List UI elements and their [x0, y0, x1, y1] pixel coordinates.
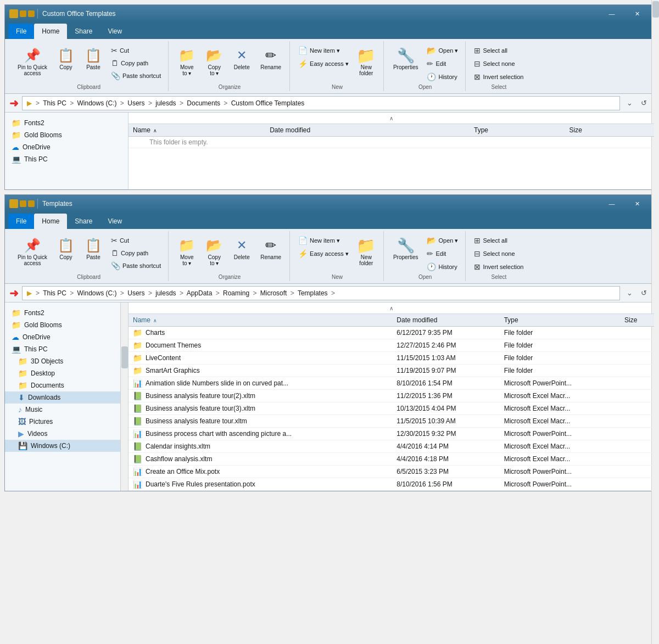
sidebar-item-onedrive-2[interactable]: ☁ OneDrive [5, 331, 128, 343]
delete-button-2[interactable]: ✕ Delete [229, 234, 254, 262]
new-folder-button-1[interactable]: 📁 Newfolder [354, 44, 379, 79]
close-button-1[interactable]: ✕ [624, 6, 650, 21]
sidebar-item-fonts2-2[interactable]: 📁 Fonts2 [5, 307, 128, 319]
col-date-2[interactable]: Date modified [392, 314, 499, 327]
address-dropdown-button-1[interactable]: ⌄ [623, 97, 635, 109]
tab-share-2[interactable]: Share [67, 214, 100, 229]
paste-shortcut-button-1[interactable]: 📎 Paste shortcut [108, 70, 164, 82]
history-button-1[interactable]: 🕐 History [424, 71, 461, 83]
sidebar-item-music-2[interactable]: ♪ Music [5, 404, 128, 416]
sidebar-item-downloads-2[interactable]: ⬇ Downloads [5, 391, 128, 404]
table-row[interactable]: 📗 Calendar insights.xltm 4/4/2016 4:14 P… [129, 440, 654, 453]
open-button-2[interactable]: 📂 Open ▾ [424, 234, 461, 247]
col-date-1[interactable]: Date modified [265, 124, 470, 137]
edit-button-2[interactable]: ✏ Edit [424, 248, 461, 260]
table-row[interactable]: 📗 Business analysis feature tour(2).xltm… [129, 390, 654, 402]
file-type: File folder [500, 327, 620, 339]
rename-button-1[interactable]: ✏ Rename [256, 44, 285, 72]
properties-button-2[interactable]: 🔧 Properties [389, 234, 422, 262]
copy-to-button-1[interactable]: 📂 Copyto ▾ [202, 44, 227, 79]
col-name-1[interactable]: Name ∧ [129, 124, 265, 137]
select-all-button-2[interactable]: ⊞ Select all [471, 234, 510, 247]
col-size-1[interactable]: Size [565, 124, 654, 137]
rename-button-2[interactable]: ✏ Rename [256, 234, 285, 262]
new-folder-button-2[interactable]: 📁 Newfolder [354, 234, 379, 268]
address-path-2[interactable]: ▶ > This PC > Windows (C:) > Users > jul… [22, 286, 620, 300]
tab-home-2[interactable]: Home [34, 214, 67, 229]
easy-access-button-2[interactable]: ⚡ Easy access ▾ [295, 248, 351, 260]
table-row[interactable]: 📁 SmartArt Graphics 11/19/2015 9:07 PM F… [129, 365, 654, 377]
table-row[interactable]: 📗 Business analysis feature tour.xltm 11… [129, 415, 654, 428]
col-name-2[interactable]: Name ∧ [129, 314, 392, 327]
sidebar-item-3dobjects-2[interactable]: 📁 3D Objects [5, 355, 128, 367]
sidebar-item-onedrive-1[interactable]: ☁ OneDrive [5, 141, 128, 153]
table-row[interactable]: 📊 Animation slide Numbers slide in on cu… [129, 377, 654, 390]
sidebar-item-goldblooms-2[interactable]: 📁 Gold Blooms [5, 319, 128, 331]
col-type-2[interactable]: Type [500, 314, 620, 327]
address-path-1[interactable]: ▶ > This PC > Windows (C:) > Users > jul… [22, 96, 620, 110]
invert-selection-button-1[interactable]: ⊠ Invert selection [471, 71, 526, 83]
address-refresh-button-2[interactable]: ↺ [638, 287, 650, 299]
table-row[interactable]: 📁 LiveContent 11/15/2015 1:03 AM File fo… [129, 352, 654, 365]
tab-view-1[interactable]: View [100, 24, 130, 39]
copy-path-button-2[interactable]: 🗒 Copy path [108, 247, 164, 259]
pin-to-quick-access-button-1[interactable]: 📌 Pin to Quick access [14, 44, 51, 79]
pin-to-quick-access-button-2[interactable]: 📌 Pin to Quick access [14, 234, 51, 268]
sidebar-item-windowsc-2[interactable]: 💾 Windows (C:) [5, 440, 128, 452]
delete-button-1[interactable]: ✕ Delete [229, 44, 254, 72]
paste-button-1[interactable]: 📋 Paste [81, 44, 106, 72]
sidebar-item-thispc-1[interactable]: 💻 This PC [5, 153, 128, 165]
copy-path-button-1[interactable]: 🗒 Copy path [108, 57, 164, 69]
table-row[interactable]: 📁 Document Themes 12/27/2015 2:46 PM Fil… [129, 339, 654, 352]
table-row[interactable]: 📁 Charts 6/12/2017 9:35 PM File folder [129, 327, 654, 339]
cut-button-2[interactable]: ✂ Cut [108, 234, 164, 247]
sidebar-item-documents-2[interactable]: 📁 Documents [5, 379, 128, 391]
tab-home-1[interactable]: Home [34, 24, 67, 39]
select-none-icon-1: ⊟ [474, 59, 481, 68]
history-button-2[interactable]: 🕐 History [424, 261, 461, 273]
invert-selection-button-2[interactable]: ⊠ Invert selection [471, 261, 526, 273]
edit-button-1[interactable]: ✏ Edit [424, 58, 461, 70]
col-size-2[interactable]: Size [620, 314, 654, 327]
table-row[interactable]: 📊 Create an Office Mix.potx 6/5/2015 3:2… [129, 466, 654, 478]
copy-to-button-2[interactable]: 📂 Copyto ▾ [202, 234, 227, 268]
copy-button-1[interactable]: 📋 Copy [53, 44, 79, 72]
open-button-1[interactable]: 📂 Open ▾ [424, 44, 461, 57]
move-to-button-2[interactable]: 📁 Moveto ▾ [174, 234, 199, 268]
properties-button-1[interactable]: 🔧 Properties [389, 44, 422, 72]
copy-button-2[interactable]: 📋 Copy [53, 234, 79, 262]
select-none-button-2[interactable]: ⊟ Select none [471, 248, 517, 260]
table-row[interactable]: 📊 Duarte's Five Rules presentation.potx … [129, 478, 654, 491]
select-none-button-1[interactable]: ⊟ Select none [471, 58, 517, 70]
new-item-button-2[interactable]: 📄 New item ▾ [295, 234, 351, 247]
new-item-button-1[interactable]: 📄 New item ▾ [295, 44, 351, 57]
select-all-button-1[interactable]: ⊞ Select all [471, 44, 510, 57]
sidebar-item-thispc-2[interactable]: 💻 This PC [5, 343, 128, 355]
file-date: 8/10/2016 1:56 PM [392, 478, 499, 491]
sidebar-item-videos-2[interactable]: ▶ Videos [5, 428, 128, 440]
tab-file-1[interactable]: File [8, 24, 34, 39]
close-button-2[interactable]: ✕ [624, 196, 650, 211]
sidebar-item-pictures-2[interactable]: 🖼 Pictures [5, 416, 128, 428]
sidebar-item-goldblooms-1[interactable]: 📁 Gold Blooms [5, 129, 128, 141]
cut-button-1[interactable]: ✂ Cut [108, 44, 164, 57]
tab-share-1[interactable]: Share [67, 24, 100, 39]
table-row[interactable]: 📊 Business process chart with ascending … [129, 428, 654, 440]
tab-view-2[interactable]: View [100, 214, 130, 229]
paste-shortcut-button-2[interactable]: 📎 Paste shortcut [108, 260, 164, 272]
address-refresh-button-1[interactable]: ↺ [638, 97, 650, 109]
table-row[interactable]: 📗 Business analysis feature tour(3).xltm… [129, 402, 654, 415]
minimize-button-1[interactable]: — [599, 6, 624, 21]
easy-access-button-1[interactable]: ⚡ Easy access ▾ [295, 58, 351, 70]
table-row[interactable]: 📗 Cashflow analysis.xltm 4/4/2016 4:18 P… [129, 453, 654, 466]
col-type-1[interactable]: Type [470, 124, 565, 137]
sidebar-scrollbar-2[interactable] [120, 303, 128, 491]
minimize-button-2[interactable]: — [599, 196, 624, 211]
tab-file-2[interactable]: File [8, 214, 34, 229]
sidebar-item-fonts2-1[interactable]: 📁 Fonts2 [5, 117, 128, 129]
paste-button-2[interactable]: 📋 Paste [81, 234, 106, 262]
address-dropdown-button-2[interactable]: ⌄ [623, 287, 635, 299]
sidebar-item-desktop-2[interactable]: 📁 Desktop [5, 367, 128, 379]
file-name: Charts [146, 329, 165, 337]
move-to-button-1[interactable]: 📁 Moveto ▾ [174, 44, 199, 79]
